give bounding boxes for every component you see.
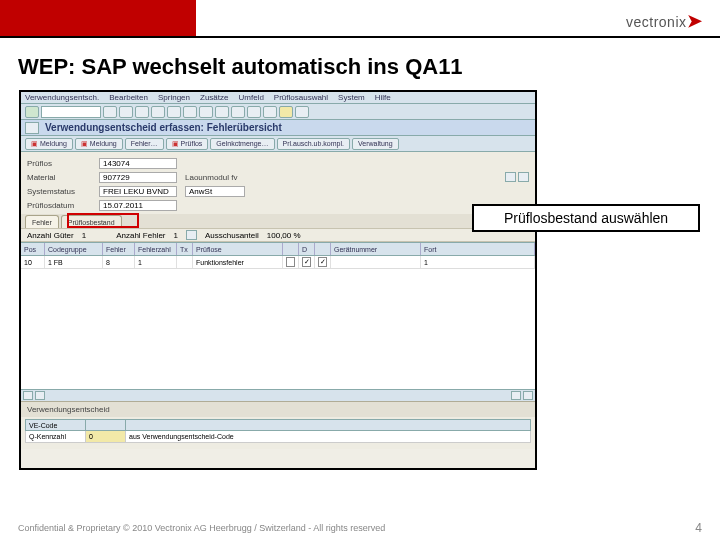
col-geraet: Gerätnummer bbox=[331, 243, 421, 255]
toolbar-icon[interactable] bbox=[263, 106, 277, 118]
sap-window: Verwendungsentsch. Bearbeiten Springen Z… bbox=[19, 90, 537, 470]
menu-item[interactable]: Bearbeiten bbox=[109, 93, 148, 102]
label-prueflos: Prüflos bbox=[27, 159, 99, 168]
ok-icon[interactable] bbox=[25, 106, 39, 118]
menu-item[interactable]: Hilfe bbox=[375, 93, 391, 102]
sap-titlebar: Verwendungsentscheid erfassen: Fehlerübe… bbox=[21, 120, 535, 136]
fh-blank2 bbox=[125, 419, 531, 431]
scroll-left-icon[interactable] bbox=[35, 391, 45, 400]
command-field[interactable] bbox=[41, 106, 101, 118]
col-tx: Tx bbox=[177, 243, 193, 255]
col-fort: Fort bbox=[421, 243, 535, 255]
col-pos: Pos bbox=[21, 243, 45, 255]
form-header: Prüflos 143074 Material 907729 Laounmodu… bbox=[21, 152, 535, 214]
brand-logo: vectronix➤ bbox=[626, 10, 702, 32]
col-fehler: Fehler bbox=[103, 243, 135, 255]
back-icon[interactable] bbox=[119, 106, 133, 118]
input-systemstatus[interactable]: FREI LEKU BVND bbox=[99, 186, 177, 197]
toolbar-icon[interactable] bbox=[167, 106, 181, 118]
summary-icon[interactable] bbox=[186, 230, 197, 240]
grid-empty-area bbox=[21, 269, 535, 389]
checkbox-icon[interactable]: ✓ bbox=[318, 257, 327, 267]
sap-toolbar-app: ▣Meldung ▣Meldung Fehler… ▣Prüflos Gelnk… bbox=[21, 136, 535, 152]
exit-icon[interactable] bbox=[135, 106, 149, 118]
fd-label: Q-Kennzahl bbox=[25, 431, 85, 443]
col-blank2 bbox=[315, 243, 331, 255]
summary-val: 1 bbox=[82, 231, 86, 240]
title-icon bbox=[25, 122, 39, 134]
summary-val: 1 bbox=[174, 231, 178, 240]
scroll-right-icon[interactable] bbox=[523, 391, 533, 400]
footer-grid: VE-Code Q-Kennzahl 0 aus Verwendungsents… bbox=[21, 417, 535, 449]
sap-menubar[interactable]: Verwendungsentsch. Bearbeiten Springen Z… bbox=[21, 92, 535, 104]
scroll-right-icon[interactable] bbox=[511, 391, 521, 400]
checkbox-icon[interactable] bbox=[286, 257, 295, 267]
input-date[interactable]: 15.07.2011 bbox=[99, 200, 177, 211]
fd-kennzahl[interactable]: 0 bbox=[85, 431, 125, 443]
annotation-callout: Prüflosbestand auswählen bbox=[472, 204, 700, 232]
menu-item[interactable]: Springen bbox=[158, 93, 190, 102]
app-button[interactable]: Gelnkctmenge… bbox=[210, 138, 274, 150]
input-anwst[interactable]: AnwSt bbox=[185, 186, 245, 197]
app-button[interactable]: ▣Meldung bbox=[25, 138, 73, 150]
help-icon[interactable] bbox=[279, 106, 293, 118]
menu-item[interactable]: Umfeld bbox=[238, 93, 263, 102]
label-material: Material bbox=[27, 173, 99, 182]
fh-blank bbox=[85, 419, 125, 431]
slide-footer: Confidential & Proprietary © 2010 Vectro… bbox=[0, 516, 720, 540]
toolbar-icon[interactable] bbox=[103, 106, 117, 118]
label-systemstatus: Systemstatus bbox=[27, 187, 99, 196]
toolbar-icon[interactable] bbox=[183, 106, 197, 118]
menu-item[interactable]: Zusätze bbox=[200, 93, 228, 102]
scroll-left-icon[interactable] bbox=[23, 391, 33, 400]
toolbar-icon[interactable] bbox=[199, 106, 213, 118]
sap-toolbar-main bbox=[21, 104, 535, 120]
summary-label: Ausschusanteil bbox=[205, 231, 259, 240]
f4-icon[interactable] bbox=[505, 172, 516, 182]
table-row[interactable]: 10 1 FB 8 1 Funktionsfehler ✓ ✓ 1 bbox=[21, 256, 535, 269]
callout-text: Prüflosbestand auswählen bbox=[504, 210, 668, 226]
col-d: D bbox=[299, 243, 315, 255]
fd-text: aus Verwendungsentscheid-Code bbox=[125, 431, 531, 443]
page-number: 4 bbox=[695, 521, 702, 535]
summary-label: Anzahl Fehler bbox=[116, 231, 165, 240]
summary-label: Anzahl Güter bbox=[27, 231, 74, 240]
grid-header: Pos Codegruppe Fehler Fehlerzahl Tx Prüf… bbox=[21, 242, 535, 256]
cancel-icon[interactable] bbox=[151, 106, 165, 118]
fh-vecode: VE-Code bbox=[25, 419, 85, 431]
input-prueflos[interactable]: 143074 bbox=[99, 158, 177, 169]
toolbar-icon[interactable] bbox=[295, 106, 309, 118]
col-fehlerzahl: Fehlerzahl bbox=[135, 243, 177, 255]
toolbar-icon[interactable] bbox=[231, 106, 245, 118]
summary-val: 100,00 % bbox=[267, 231, 301, 240]
tabstrip: Fehler Prüflosbestand bbox=[21, 214, 535, 228]
slide-top-bar: vectronix➤ bbox=[0, 0, 720, 36]
tab-prueflosbestand[interactable]: Prüflosbestand bbox=[61, 215, 122, 228]
app-button[interactable]: ▣Prüflos bbox=[166, 138, 209, 150]
f4-icon[interactable] bbox=[518, 172, 529, 182]
summary-row: Anzahl Güter 1 Anzahl Fehler 1 Ausschusa… bbox=[21, 228, 535, 242]
menu-item[interactable]: Prüflosauswahl bbox=[274, 93, 328, 102]
checkbox-icon[interactable]: ✓ bbox=[302, 257, 311, 267]
brand-color-block bbox=[0, 0, 196, 36]
app-button[interactable]: ▣Meldung bbox=[75, 138, 123, 150]
menu-item[interactable]: System bbox=[338, 93, 365, 102]
footer-copyright: Confidential & Proprietary © 2010 Vectro… bbox=[18, 523, 385, 533]
toolbar-icon[interactable] bbox=[247, 106, 261, 118]
footer-section-label: Verwendungsentscheid bbox=[21, 401, 535, 417]
horizontal-rule bbox=[0, 36, 720, 38]
app-button[interactable]: Prl.ausch.ub.kompl. bbox=[277, 138, 350, 150]
app-button[interactable]: Verwaltung bbox=[352, 138, 399, 150]
material-text: Laounmodul fv bbox=[185, 173, 237, 182]
col-blank bbox=[283, 243, 299, 255]
col-prueflose: Prüflose bbox=[193, 243, 283, 255]
sap-title-text: Verwendungsentscheid erfassen: Fehlerübe… bbox=[45, 122, 282, 133]
menu-item[interactable]: Verwendungsentsch. bbox=[25, 93, 99, 102]
brand-name: vectronix bbox=[626, 14, 687, 30]
grid-scrollbar[interactable] bbox=[21, 389, 535, 401]
toolbar-icon[interactable] bbox=[215, 106, 229, 118]
col-codegruppe: Codegruppe bbox=[45, 243, 103, 255]
input-material[interactable]: 907729 bbox=[99, 172, 177, 183]
tab-fehler[interactable]: Fehler bbox=[25, 215, 59, 228]
app-button[interactable]: Fehler… bbox=[125, 138, 164, 150]
